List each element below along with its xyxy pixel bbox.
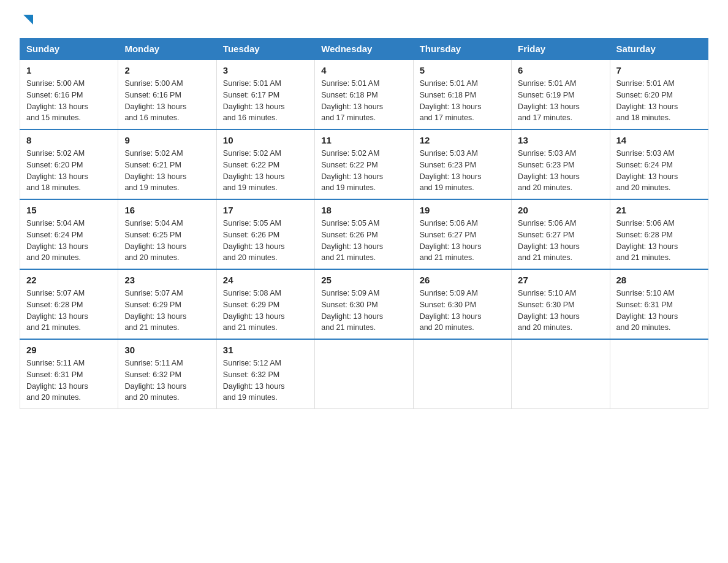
calendar-cell: 12 Sunrise: 5:03 AMSunset: 6:23 PMDaylig…: [413, 129, 511, 199]
day-number: 2: [124, 65, 210, 75]
logo-triangle-icon: [21, 12, 34, 26]
column-header-friday: Friday: [512, 39, 610, 60]
day-number: 18: [321, 205, 406, 215]
calendar-cell: 9 Sunrise: 5:02 AMSunset: 6:21 PMDayligh…: [118, 129, 216, 199]
calendar-cell: 25 Sunrise: 5:09 AMSunset: 6:30 PMDaylig…: [315, 269, 413, 339]
day-info: Sunrise: 5:02 AMSunset: 6:20 PMDaylight:…: [26, 149, 88, 192]
calendar-cell: 29 Sunrise: 5:11 AMSunset: 6:31 PMDaylig…: [20, 339, 118, 409]
day-info: Sunrise: 5:03 AMSunset: 6:24 PMDaylight:…: [616, 149, 678, 192]
calendar-week-row: 8 Sunrise: 5:02 AMSunset: 6:20 PMDayligh…: [20, 129, 708, 199]
calendar-cell: 13 Sunrise: 5:03 AMSunset: 6:23 PMDaylig…: [512, 129, 610, 199]
day-info: Sunrise: 5:01 AMSunset: 6:20 PMDaylight:…: [616, 79, 678, 122]
column-header-wednesday: Wednesday: [315, 39, 413, 60]
day-info: Sunrise: 5:04 AMSunset: 6:24 PMDaylight:…: [26, 219, 88, 262]
calendar-cell: 24 Sunrise: 5:08 AMSunset: 6:29 PMDaylig…: [216, 269, 314, 339]
day-info: Sunrise: 5:05 AMSunset: 6:26 PMDaylight:…: [223, 219, 285, 262]
calendar-cell: 30 Sunrise: 5:11 AMSunset: 6:32 PMDaylig…: [118, 339, 216, 409]
day-number: 20: [518, 205, 603, 215]
day-info: Sunrise: 5:06 AMSunset: 6:27 PMDaylight:…: [420, 219, 482, 262]
day-number: 19: [420, 205, 505, 215]
calendar-cell: 19 Sunrise: 5:06 AMSunset: 6:27 PMDaylig…: [413, 199, 511, 269]
day-number: 14: [616, 135, 702, 145]
calendar-cell: 22 Sunrise: 5:07 AMSunset: 6:28 PMDaylig…: [20, 269, 118, 339]
day-number: 22: [26, 275, 112, 285]
day-number: 17: [223, 205, 308, 215]
calendar-table: SundayMondayTuesdayWednesdayThursdayFrid…: [20, 38, 708, 409]
calendar-cell: [512, 339, 610, 409]
page-header: [20, 15, 708, 26]
day-number: 9: [124, 135, 210, 145]
day-info: Sunrise: 5:06 AMSunset: 6:28 PMDaylight:…: [616, 219, 678, 262]
calendar-cell: 23 Sunrise: 5:07 AMSunset: 6:29 PMDaylig…: [118, 269, 216, 339]
day-number: 31: [223, 345, 308, 355]
day-number: 11: [321, 135, 406, 145]
day-info: Sunrise: 5:01 AMSunset: 6:17 PMDaylight:…: [223, 79, 285, 122]
day-info: Sunrise: 5:09 AMSunset: 6:30 PMDaylight:…: [321, 289, 383, 332]
day-info: Sunrise: 5:02 AMSunset: 6:22 PMDaylight:…: [321, 149, 383, 192]
day-info: Sunrise: 5:07 AMSunset: 6:28 PMDaylight:…: [26, 289, 88, 332]
column-header-saturday: Saturday: [610, 39, 708, 60]
calendar-cell: 11 Sunrise: 5:02 AMSunset: 6:22 PMDaylig…: [315, 129, 413, 199]
day-number: 6: [518, 65, 603, 75]
day-number: 15: [26, 205, 112, 215]
column-header-sunday: Sunday: [20, 39, 118, 60]
day-info: Sunrise: 5:01 AMSunset: 6:19 PMDaylight:…: [518, 79, 580, 122]
day-info: Sunrise: 5:04 AMSunset: 6:25 PMDaylight:…: [124, 219, 186, 262]
calendar-cell: [315, 339, 413, 409]
day-info: Sunrise: 5:03 AMSunset: 6:23 PMDaylight:…: [420, 149, 482, 192]
day-info: Sunrise: 5:02 AMSunset: 6:21 PMDaylight:…: [124, 149, 186, 192]
calendar-week-row: 1 Sunrise: 5:00 AMSunset: 6:16 PMDayligh…: [20, 59, 708, 129]
day-info: Sunrise: 5:03 AMSunset: 6:23 PMDaylight:…: [518, 149, 580, 192]
day-number: 5: [420, 65, 505, 75]
day-number: 4: [321, 65, 406, 75]
day-info: Sunrise: 5:02 AMSunset: 6:22 PMDaylight:…: [223, 149, 285, 192]
calendar-cell: 6 Sunrise: 5:01 AMSunset: 6:19 PMDayligh…: [512, 59, 610, 129]
day-info: Sunrise: 5:08 AMSunset: 6:29 PMDaylight:…: [223, 289, 285, 332]
day-number: 23: [124, 275, 210, 285]
column-header-tuesday: Tuesday: [216, 39, 314, 60]
day-number: 21: [616, 205, 702, 215]
calendar-cell: 4 Sunrise: 5:01 AMSunset: 6:18 PMDayligh…: [315, 59, 413, 129]
svg-marker-0: [23, 15, 33, 25]
day-number: 16: [124, 205, 210, 215]
calendar-cell: [413, 339, 511, 409]
day-number: 29: [26, 345, 112, 355]
day-info: Sunrise: 5:01 AMSunset: 6:18 PMDaylight:…: [420, 79, 482, 122]
day-info: Sunrise: 5:12 AMSunset: 6:32 PMDaylight:…: [223, 359, 285, 402]
day-info: Sunrise: 5:09 AMSunset: 6:30 PMDaylight:…: [420, 289, 482, 332]
calendar-cell: 20 Sunrise: 5:06 AMSunset: 6:27 PMDaylig…: [512, 199, 610, 269]
calendar-cell: 3 Sunrise: 5:01 AMSunset: 6:17 PMDayligh…: [216, 59, 314, 129]
calendar-cell: 10 Sunrise: 5:02 AMSunset: 6:22 PMDaylig…: [216, 129, 314, 199]
day-number: 3: [223, 65, 308, 75]
day-number: 1: [26, 65, 112, 75]
calendar-cell: [610, 339, 708, 409]
day-number: 12: [420, 135, 505, 145]
calendar-cell: 5 Sunrise: 5:01 AMSunset: 6:18 PMDayligh…: [413, 59, 511, 129]
day-number: 10: [223, 135, 308, 145]
calendar-cell: 2 Sunrise: 5:00 AMSunset: 6:16 PMDayligh…: [118, 59, 216, 129]
calendar-header-row: SundayMondayTuesdayWednesdayThursdayFrid…: [20, 39, 708, 60]
calendar-week-row: 15 Sunrise: 5:04 AMSunset: 6:24 PMDaylig…: [20, 199, 708, 269]
calendar-cell: 21 Sunrise: 5:06 AMSunset: 6:28 PMDaylig…: [610, 199, 708, 269]
column-header-thursday: Thursday: [413, 39, 511, 60]
calendar-cell: 27 Sunrise: 5:10 AMSunset: 6:30 PMDaylig…: [512, 269, 610, 339]
day-number: 7: [616, 65, 702, 75]
day-number: 30: [124, 345, 210, 355]
column-header-monday: Monday: [118, 39, 216, 60]
calendar-cell: 1 Sunrise: 5:00 AMSunset: 6:16 PMDayligh…: [20, 59, 118, 129]
day-info: Sunrise: 5:00 AMSunset: 6:16 PMDaylight:…: [26, 79, 88, 122]
day-info: Sunrise: 5:11 AMSunset: 6:32 PMDaylight:…: [124, 359, 186, 402]
calendar-cell: 31 Sunrise: 5:12 AMSunset: 6:32 PMDaylig…: [216, 339, 314, 409]
calendar-cell: 14 Sunrise: 5:03 AMSunset: 6:24 PMDaylig…: [610, 129, 708, 199]
day-number: 13: [518, 135, 603, 145]
day-info: Sunrise: 5:10 AMSunset: 6:30 PMDaylight:…: [518, 289, 580, 332]
day-info: Sunrise: 5:01 AMSunset: 6:18 PMDaylight:…: [321, 79, 383, 122]
day-number: 8: [26, 135, 112, 145]
calendar-cell: 17 Sunrise: 5:05 AMSunset: 6:26 PMDaylig…: [216, 199, 314, 269]
day-number: 24: [223, 275, 308, 285]
calendar-cell: 7 Sunrise: 5:01 AMSunset: 6:20 PMDayligh…: [610, 59, 708, 129]
day-number: 28: [616, 275, 702, 285]
calendar-cell: 26 Sunrise: 5:09 AMSunset: 6:30 PMDaylig…: [413, 269, 511, 339]
calendar-cell: 28 Sunrise: 5:10 AMSunset: 6:31 PMDaylig…: [610, 269, 708, 339]
calendar-cell: 15 Sunrise: 5:04 AMSunset: 6:24 PMDaylig…: [20, 199, 118, 269]
